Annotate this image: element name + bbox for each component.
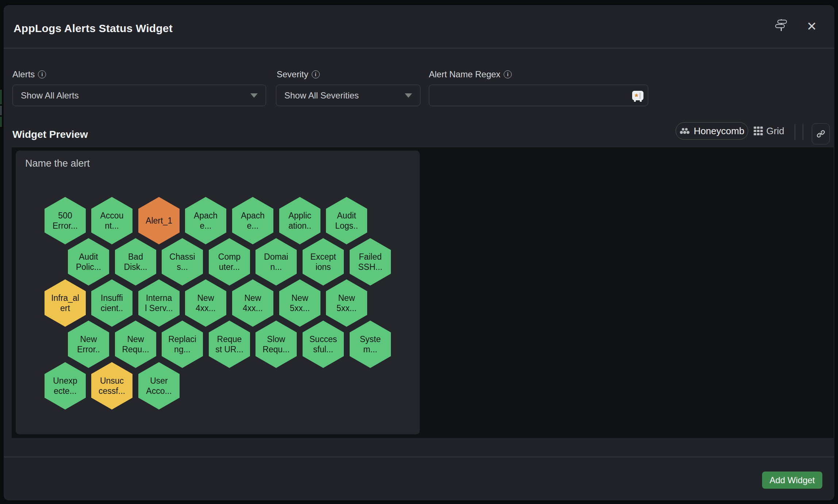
info-icon[interactable]: i xyxy=(312,70,320,78)
hex-label: Audit Polic... xyxy=(76,252,101,272)
hex-label: Except ions xyxy=(310,252,336,272)
hex-label: Succes sful... xyxy=(310,334,337,354)
grid-view-toggle[interactable]: Grid xyxy=(754,122,784,140)
honeycomb-hex[interactable]: New 5xx... xyxy=(326,279,367,327)
honeycomb-hex[interactable]: Domai n... xyxy=(255,238,297,286)
honeycomb-hex[interactable]: New 4xx... xyxy=(232,279,273,327)
dialog-title: AppLogs Alerts Status Widget xyxy=(14,22,173,35)
info-icon[interactable]: i xyxy=(504,70,512,78)
honeycomb-hex[interactable]: Accou nt... xyxy=(91,197,132,244)
hex-label: New Requ... xyxy=(122,334,149,354)
hex-label: Apach e... xyxy=(194,210,218,231)
hex-label: New 5xx... xyxy=(290,293,310,313)
hex-label: Slow Requ... xyxy=(262,334,289,354)
honeycomb-view-toggle[interactable]: Honeycomb xyxy=(676,122,748,140)
hex-label: User Acco... xyxy=(146,376,172,396)
alerts-select[interactable]: Show All Alerts xyxy=(12,85,266,106)
honeycomb-hex[interactable]: Failed SSH... xyxy=(350,238,391,286)
honeycomb-hex[interactable]: New 4xx... xyxy=(185,279,226,327)
hex-label: New Error.. xyxy=(77,334,100,354)
honeycomb-hex[interactable]: User Acco... xyxy=(138,362,180,410)
severity-label-text: Severity xyxy=(277,69,308,80)
honeycomb-hex[interactable]: Apach e... xyxy=(185,197,226,244)
honeycomb-hex[interactable]: New Requ... xyxy=(115,321,156,368)
severity-select[interactable]: Show All Severities xyxy=(276,85,420,106)
honeycomb-hex[interactable]: Except ions xyxy=(303,238,344,286)
info-icon[interactable]: i xyxy=(38,70,46,78)
honeycomb-hex[interactable]: New Error.. xyxy=(68,321,109,368)
hex-label: Unexp ecte... xyxy=(53,376,77,396)
grid-icon xyxy=(754,127,763,136)
honeycomb-hex[interactable]: Interna l Serv... xyxy=(138,279,180,327)
hex-label: Accou nt... xyxy=(100,210,124,231)
copy-link-button[interactable] xyxy=(812,123,830,144)
preview-heading: Widget Preview xyxy=(12,129,88,140)
honeycomb-hex[interactable]: Unsuc cessf... xyxy=(91,362,132,410)
hex-label: Syste m... xyxy=(360,334,381,354)
regex-helper-icon[interactable]: * | xyxy=(632,91,643,100)
alerts-select-value: Show All Alerts xyxy=(21,90,250,101)
honeycomb-hex[interactable]: Audit Logs.. xyxy=(326,197,367,244)
hex-label: Bad Disk... xyxy=(124,252,147,272)
hex-label: Chassi s... xyxy=(169,252,195,272)
hex-label: Audit Logs.. xyxy=(335,210,358,231)
hex-label: Failed SSH... xyxy=(358,252,382,272)
honeycomb-hex[interactable]: Insuffi cient.. xyxy=(91,279,132,327)
honeycomb-hex[interactable]: New 5xx... xyxy=(279,279,320,327)
grid-toggle-label: Grid xyxy=(766,125,784,137)
hex-label: Unsuc cessf... xyxy=(99,376,125,396)
chevron-down-icon xyxy=(405,93,412,98)
hex-label: Domai n... xyxy=(264,252,288,272)
hex-label: Interna l Serv... xyxy=(145,293,173,313)
hex-label: 500 Error... xyxy=(53,210,78,231)
close-button[interactable]: ✕ xyxy=(804,18,820,34)
background-app-sliver xyxy=(0,106,2,115)
add-widget-button[interactable]: Add Widget xyxy=(762,472,822,489)
background-app-sliver xyxy=(0,117,2,127)
regex-field-label: Alert Name Regex i xyxy=(429,69,512,80)
honeycomb-hex[interactable]: Alert_1 xyxy=(138,197,180,244)
honeycomb-hex[interactable]: Unexp ecte... xyxy=(45,362,86,410)
hex-label: Infra_al ert xyxy=(51,293,79,313)
severity-field-label: Severity i xyxy=(277,69,320,80)
honeycomb-hex[interactable]: Infra_al ert xyxy=(45,279,86,327)
layout-panels-icon xyxy=(775,19,787,32)
hex-label: New 4xx... xyxy=(243,293,263,313)
toolbar-separator xyxy=(803,124,803,140)
hex-label: Replaci ng... xyxy=(168,334,196,354)
close-icon: ✕ xyxy=(807,20,817,32)
toolbar-separator xyxy=(795,124,795,140)
hex-label: Alert_1 xyxy=(146,216,172,226)
honeycomb-hex[interactable]: Chassi s... xyxy=(162,238,203,286)
layout-panels-button[interactable] xyxy=(773,17,789,33)
header-divider xyxy=(4,48,834,49)
hex-label: Reque st UR... xyxy=(215,334,243,354)
alerts-field-label: Alerts i xyxy=(12,69,46,80)
honeycomb-hex[interactable]: Apach e... xyxy=(232,197,273,244)
honeycomb-hex[interactable]: Bad Disk... xyxy=(115,238,156,286)
honeycomb-toggle-label: Honeycomb xyxy=(694,125,745,137)
honeycomb-hex[interactable]: Reque st UR... xyxy=(209,321,250,368)
widget-panel-title: Name the alert xyxy=(25,158,90,169)
honeycomb-hex[interactable]: Applic ation.. xyxy=(279,197,320,244)
honeycomb-hex[interactable]: Replaci ng... xyxy=(162,321,203,368)
honeycomb-hex[interactable]: Audit Polic... xyxy=(68,238,109,286)
chevron-down-icon xyxy=(250,93,258,98)
hex-label: Insuffi cient.. xyxy=(101,293,123,313)
link-icon xyxy=(816,129,826,139)
regex-label-text: Alert Name Regex xyxy=(429,69,500,80)
honeycomb-hex[interactable]: Slow Requ... xyxy=(255,321,297,368)
honeycomb-icon xyxy=(680,128,690,134)
honeycomb-hex[interactable]: Comp uter... xyxy=(209,238,250,286)
footer-divider xyxy=(4,457,834,457)
hex-label: Comp uter... xyxy=(218,252,241,272)
hex-label: Apach e... xyxy=(241,210,265,231)
hex-label: New 4xx... xyxy=(196,293,216,313)
regex-input-wrap: * | xyxy=(429,85,648,106)
honeycomb-hex[interactable]: 500 Error... xyxy=(45,197,86,244)
background-app-sliver xyxy=(0,90,2,104)
honeycomb-hex[interactable]: Succes sful... xyxy=(303,321,344,368)
regex-input[interactable] xyxy=(437,90,632,101)
honeycomb-hex[interactable]: Syste m... xyxy=(350,321,391,368)
hex-label: Applic ation.. xyxy=(288,210,311,231)
